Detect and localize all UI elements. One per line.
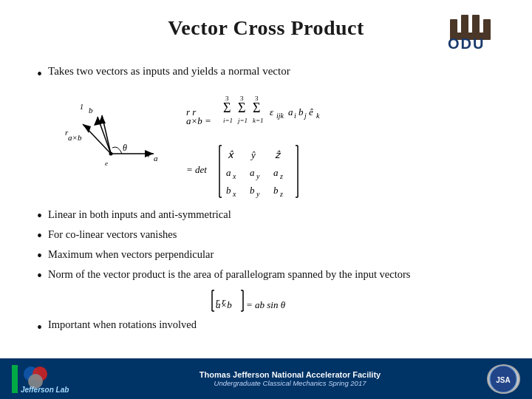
svg-text:b: b — [226, 185, 231, 196]
jlab-logo: Jefferson Lab — [12, 362, 93, 396]
footer: Jefferson Lab Thomas Jefferson National … — [0, 358, 532, 399]
svg-text:a: a — [154, 154, 158, 163]
svg-text:k=1: k=1 — [253, 117, 264, 124]
svg-text:ŷ: ŷ — [250, 149, 256, 160]
vector-diagram: b 1 r a×b θ a r — [52, 95, 170, 194]
svg-text:a: a — [250, 167, 255, 178]
svg-text:b: b — [299, 106, 304, 117]
svg-text:ijk: ijk — [276, 112, 284, 120]
svg-text:e: e — [105, 160, 108, 167]
odu-crown-icon: ODU — [446, 13, 499, 50]
svg-text:= det: = det — [186, 164, 207, 175]
svg-text:= ab sin θ: = ab sin θ — [246, 299, 286, 310]
svg-text:Σ: Σ — [253, 100, 260, 115]
footer-left: Jefferson Lab — [12, 362, 93, 396]
jsa-logo: JSA — [487, 364, 520, 394]
bullet-text-2: For co-linear vectors vanishes — [48, 227, 177, 242]
svg-text:j: j — [303, 112, 307, 120]
jsa-logo-icon: JSA — [488, 364, 519, 394]
svg-text:b: b — [89, 106, 93, 115]
svg-text:a×b: a×b — [216, 299, 232, 310]
formula-area: r r a×b = 3 Σ i=1 3 Σ j=1 3 Σ k=1 ε ijk … — [185, 87, 495, 201]
bullet-icon: • — [37, 66, 42, 81]
svg-text:y: y — [256, 172, 260, 180]
last-bullet: • Important when rotations involved — [37, 318, 495, 335]
cross-product-diagram: b 1 r a×b θ a r — [52, 95, 170, 191]
norm-formula: r r a×b = ab sin θ — [37, 287, 495, 314]
svg-text:x: x — [232, 172, 236, 180]
svg-text:Σ: Σ — [238, 100, 245, 115]
bullet-icon: • — [37, 228, 42, 243]
norm-formula-svg: r r a×b = ab sin θ — [207, 287, 325, 314]
bullet-list: • Linear in both inputs and anti-symmetr… — [37, 207, 495, 283]
svg-text:θ: θ — [123, 143, 127, 153]
bullet-text-3: Maximum when vectors perpendicular — [48, 247, 214, 262]
svg-text:i: i — [294, 112, 296, 120]
bullet-icon: • — [37, 208, 42, 223]
last-bullet-text: Important when rotations involved — [48, 318, 197, 331]
bullet-text-4: Norm of the vector product is the area o… — [48, 267, 410, 282]
svg-text:b: b — [250, 185, 255, 196]
svg-text:Jefferson Lab: Jefferson Lab — [21, 386, 69, 394]
svg-text:ODU: ODU — [448, 35, 485, 50]
list-item: • Linear in both inputs and anti-symmetr… — [37, 207, 495, 223]
svg-text:ε: ε — [270, 106, 274, 117]
bullet-icon: • — [37, 320, 42, 335]
svg-text:i=1: i=1 — [223, 117, 233, 124]
list-item: • Maximum when vectors perpendicular — [37, 247, 495, 263]
footer-facility: Thomas Jefferson National Accelerator Fa… — [200, 370, 381, 379]
footer-course: Undergraduate Classical Mechanics Spring… — [214, 379, 366, 387]
svg-text:y: y — [256, 190, 260, 198]
slide: Vector Cross Product ODU • — [0, 0, 532, 399]
odu-logo: ODU — [443, 13, 502, 58]
footer-center: Thomas Jefferson National Accelerator Fa… — [200, 370, 381, 387]
summation-formula: r r a×b = 3 Σ i=1 3 Σ j=1 3 Σ k=1 ε ijk … — [185, 87, 355, 139]
svg-marker-13 — [98, 115, 106, 124]
svg-rect-1 — [461, 15, 468, 35]
list-item: • For co-linear vectors vanishes — [37, 227, 495, 243]
bullet-icon: • — [37, 248, 42, 263]
svg-text:ê: ê — [309, 106, 313, 117]
svg-text:j=1: j=1 — [237, 117, 248, 124]
bullet-icon: • — [37, 268, 42, 283]
intro-text: Takes two vectors as inputs and yields a… — [48, 65, 290, 78]
header: Vector Cross Product ODU — [30, 13, 502, 58]
svg-text:ẑ: ẑ — [275, 149, 282, 160]
svg-text:a: a — [288, 106, 293, 117]
svg-rect-73 — [12, 365, 18, 393]
page-title: Vector Cross Product — [89, 13, 443, 40]
list-item: • Norm of the vector product is the area… — [37, 267, 495, 283]
content-area: • Takes two vectors as inputs and yields… — [30, 65, 502, 335]
determinant-formula: = det x̂ ŷ ẑ a x a y — [185, 142, 332, 201]
svg-text:a×b: a×b — [68, 133, 82, 142]
svg-text:x: x — [232, 190, 236, 198]
svg-rect-2 — [472, 15, 480, 35]
svg-text:k: k — [316, 112, 320, 120]
bullet-text-1: Linear in both inputs and anti-symmetric… — [48, 207, 231, 222]
intro-bullet: • Takes two vectors as inputs and yields… — [37, 65, 495, 81]
middle-section: b 1 r a×b θ a r — [37, 87, 495, 201]
svg-text:r: r — [148, 151, 151, 159]
svg-text:z: z — [279, 190, 283, 198]
svg-text:1: 1 — [80, 103, 83, 111]
svg-text:a: a — [226, 167, 231, 178]
svg-text:x̂: x̂ — [228, 149, 234, 160]
footer-right: JSA — [487, 364, 520, 394]
svg-text:a: a — [273, 167, 279, 178]
svg-text:b: b — [273, 185, 279, 196]
svg-text:z: z — [279, 172, 283, 180]
svg-text:Σ: Σ — [223, 100, 231, 115]
svg-text:a×b =: a×b = — [186, 115, 211, 126]
svg-text:JSA: JSA — [496, 375, 510, 383]
